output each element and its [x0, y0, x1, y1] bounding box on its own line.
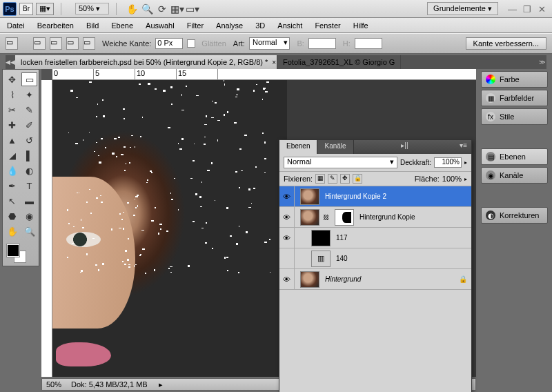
- shape-tool[interactable]: ▬: [21, 194, 37, 208]
- menu-bearbeiten[interactable]: Bearbeiten: [37, 21, 74, 30]
- layer-row[interactable]: 👁 Hintergrund 🔒: [279, 269, 471, 290]
- zoom-select[interactable]: 50% ▾: [75, 3, 109, 14]
- eyedropper-tool[interactable]: ✎: [21, 103, 37, 117]
- lasso-tool[interactable]: ⌇: [4, 88, 20, 101]
- layer-thumb[interactable]: ▥: [311, 251, 331, 267]
- crop-tool[interactable]: ✂: [4, 103, 20, 117]
- panel-menu-icon[interactable]: ▾≡: [455, 140, 471, 154]
- pen-tool[interactable]: ✒: [4, 179, 20, 193]
- mask-thumb[interactable]: [335, 209, 354, 226]
- menu-auswahl[interactable]: Auswahl: [146, 21, 175, 30]
- menu-bild[interactable]: Bild: [86, 21, 99, 30]
- marquee-tool[interactable]: ▭: [21, 72, 37, 86]
- fill-input[interactable]: 100%: [442, 175, 462, 183]
- tab-close-icon[interactable]: ×: [272, 59, 276, 66]
- status-doc[interactable]: Dok: 5,43 MB/32,1 MB: [71, 380, 148, 389]
- layer-name[interactable]: Hintergrund Kopie 2: [325, 193, 467, 200]
- dock-kanaele[interactable]: ◉Kanäle: [481, 167, 548, 184]
- menu-datei[interactable]: Datei: [7, 21, 25, 30]
- lock-position-icon[interactable]: ✥: [340, 174, 350, 184]
- refine-edge-button[interactable]: Kante verbessern...: [466, 37, 546, 50]
- menu-filter[interactable]: Filter: [187, 21, 204, 30]
- bridge-icon[interactable]: Br: [19, 3, 33, 15]
- dock-farbfelder[interactable]: ▦Farbfelder: [481, 90, 548, 106]
- tab-prev-icon[interactable]: ◀◀: [6, 59, 15, 66]
- sub-select-icon[interactable]: ▭: [66, 37, 79, 50]
- lock-all-icon[interactable]: 🔒: [353, 174, 362, 184]
- workspace-dropdown[interactable]: Grundelemente ▾: [427, 2, 498, 15]
- menu-3d[interactable]: 3D: [255, 21, 265, 30]
- document-tab-active[interactable]: locken freistellen farbbereich.psd bei 5…: [15, 55, 277, 69]
- visibility-toggle[interactable]: 👁: [279, 207, 295, 227]
- panel-collapse-icon[interactable]: ▸||: [397, 140, 412, 154]
- screenmode-icon[interactable]: ▭▾: [187, 3, 198, 14]
- intersect-select-icon[interactable]: ▭: [83, 37, 95, 50]
- restore-button[interactable]: ❐: [523, 4, 533, 14]
- layer-thumb[interactable]: [300, 209, 319, 226]
- path-tool[interactable]: ↖: [4, 194, 20, 208]
- opacity-input[interactable]: 100%: [434, 157, 462, 168]
- lock-pixels-icon[interactable]: ✎: [328, 174, 337, 184]
- menu-fenster[interactable]: Fenster: [315, 21, 340, 30]
- dock-farbe[interactable]: Farbe: [481, 71, 548, 88]
- 3d-tool[interactable]: ⬣: [4, 209, 20, 223]
- layer-name[interactable]: Hintergrund Kopie: [359, 213, 467, 221]
- layer-row[interactable]: 👁 117: [279, 228, 471, 248]
- tab-next-icon[interactable]: ≫: [537, 59, 546, 66]
- hand-tool[interactable]: ✋: [4, 224, 20, 238]
- layer-thumb[interactable]: [311, 230, 331, 246]
- layer-name[interactable]: 117: [336, 234, 467, 242]
- 3d-cam-tool[interactable]: ◉: [21, 209, 37, 223]
- tool-preset-icon[interactable]: ▭: [6, 37, 18, 50]
- panel-tab-ebenen[interactable]: Ebenen: [279, 140, 317, 154]
- dock-stile[interactable]: fxStile: [481, 108, 548, 125]
- layer-row[interactable]: ▥ 140: [279, 248, 471, 269]
- layer-row[interactable]: 👁 ⛓ Hintergrund Kopie: [279, 207, 471, 228]
- status-zoom[interactable]: 50%: [46, 380, 61, 389]
- layer-name[interactable]: 140: [336, 255, 467, 262]
- add-select-icon[interactable]: ▭: [50, 37, 62, 50]
- visibility-toggle[interactable]: [279, 248, 295, 268]
- minimize-button[interactable]: —: [508, 4, 518, 14]
- menu-ansicht[interactable]: Ansicht: [277, 21, 302, 30]
- lock-transparency-icon[interactable]: ▦: [315, 174, 325, 184]
- layer-name[interactable]: Hintergrund: [325, 275, 456, 283]
- menu-analyse[interactable]: Analyse: [216, 21, 243, 30]
- document-tab[interactable]: Fotolia_3792651_XL © Giorgio G: [277, 55, 401, 69]
- feather-input[interactable]: 0 Px: [155, 38, 183, 49]
- antialias-checkbox[interactable]: [187, 39, 195, 48]
- style-select[interactable]: Normal▾: [249, 37, 290, 50]
- menu-hilfe[interactable]: Hilfe: [353, 21, 368, 30]
- wand-tool[interactable]: ✦: [21, 88, 37, 101]
- stamp-tool[interactable]: ▲: [4, 133, 20, 147]
- zoom-icon[interactable]: 🔍: [141, 3, 152, 14]
- heal-tool[interactable]: ✚: [4, 118, 20, 132]
- rotate-icon[interactable]: ⟳: [157, 3, 168, 14]
- history-brush-tool[interactable]: ↺: [21, 133, 37, 147]
- eraser-tool[interactable]: ◢: [4, 148, 20, 162]
- visibility-toggle[interactable]: 👁: [279, 186, 295, 206]
- layer-thumb[interactable]: [300, 271, 319, 288]
- dodge-tool[interactable]: ◐: [21, 164, 37, 177]
- blur-tool[interactable]: 💧: [4, 164, 20, 177]
- link-icon[interactable]: ⛓: [322, 214, 329, 221]
- dock-ebenen[interactable]: ▤Ebenen: [481, 148, 548, 165]
- visibility-toggle[interactable]: 👁: [279, 269, 295, 289]
- layer-row[interactable]: 👁 Hintergrund Kopie 2: [279, 186, 471, 207]
- ps-app-icon[interactable]: Ps: [3, 2, 17, 16]
- close-button[interactable]: ✕: [538, 4, 548, 14]
- foreground-swatch[interactable]: [7, 244, 19, 257]
- visibility-toggle[interactable]: 👁: [279, 228, 295, 248]
- move-tool[interactable]: ✥: [4, 72, 20, 86]
- type-tool[interactable]: T: [21, 179, 37, 193]
- zoom-tool[interactable]: 🔍: [21, 224, 37, 238]
- hand-icon[interactable]: ✋: [126, 3, 137, 14]
- blend-mode-select[interactable]: Normal▾: [284, 157, 397, 168]
- brush-tool[interactable]: ✐: [21, 118, 37, 132]
- menu-ebene[interactable]: Ebene: [111, 21, 133, 30]
- gradient-tool[interactable]: ▌: [21, 148, 37, 162]
- layer-thumb[interactable]: [300, 188, 319, 205]
- arrange-icon[interactable]: ▦▾: [172, 3, 183, 14]
- rect-select-icon[interactable]: ▭: [33, 37, 46, 50]
- dock-korrekturen[interactable]: ◐Korrekturen: [481, 207, 548, 224]
